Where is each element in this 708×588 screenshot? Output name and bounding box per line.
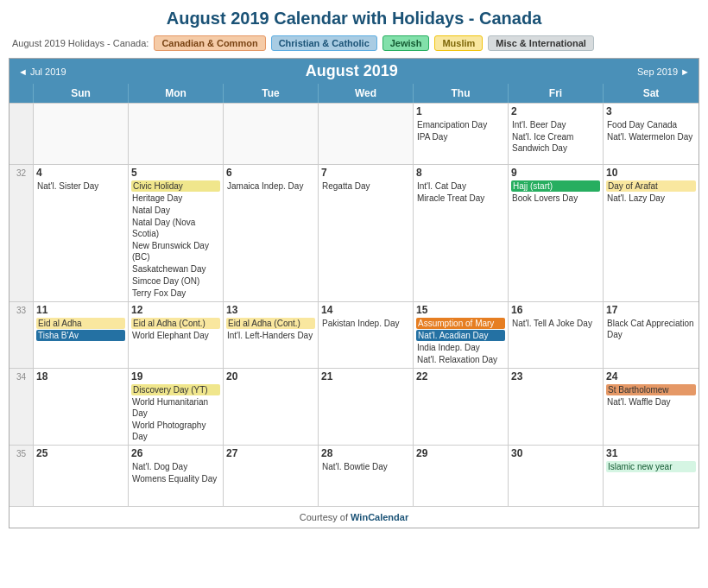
day-number: 18 bbox=[36, 370, 125, 383]
header-sat: Sat bbox=[604, 84, 699, 103]
badge-misc[interactable]: Misc & International bbox=[488, 35, 594, 51]
holiday: Jamaica Indep. Day bbox=[226, 180, 315, 192]
cal-cell-10: 10 Day of Arafat Nat'l. Lazy Day bbox=[604, 165, 699, 301]
badge-canadian[interactable]: Canadian & Common bbox=[154, 35, 265, 51]
holiday: Nat'l. Waffle Day bbox=[606, 396, 696, 408]
header-thu: Thu bbox=[414, 84, 509, 103]
cal-cell-21: 21 bbox=[319, 369, 414, 445]
day-number: 10 bbox=[606, 167, 696, 179]
day-number: 29 bbox=[416, 447, 505, 459]
holiday: Natal Day (Nova Scotia) bbox=[131, 217, 220, 239]
day-number: 22 bbox=[416, 370, 505, 383]
cal-cell-6: 6 Jamaica Indep. Day bbox=[224, 165, 319, 301]
badge-christian[interactable]: Christian & Catholic bbox=[271, 35, 377, 51]
header-fri: Fri bbox=[509, 84, 604, 103]
holiday: Discovery Day (YT) bbox=[131, 384, 220, 395]
cal-cell-1: 1 Emancipation Day IPA Day bbox=[414, 104, 509, 164]
cal-cell-2: 2 Int'l. Beer Day Nat'l. Ice Cream Sandw… bbox=[509, 104, 604, 164]
cal-cell-3: 3 Food Day Canada Nat'l. Watermelon Day bbox=[604, 104, 699, 164]
holiday: Emancipation Day bbox=[416, 119, 505, 130]
day-number: 19 bbox=[131, 370, 220, 383]
day-number: 8 bbox=[416, 167, 505, 179]
legend-label: August 2019 Holidays - Canada: bbox=[12, 38, 149, 48]
holiday: Simcoe Day (ON) bbox=[131, 275, 220, 287]
holiday: World Photography Day bbox=[131, 420, 220, 442]
holiday: Tisha B'Av bbox=[36, 330, 125, 341]
cal-cell-11: 11 Eid al Adha Tisha B'Av bbox=[34, 302, 129, 368]
holiday: Natal Day bbox=[131, 205, 220, 216]
holiday: St Bartholomew bbox=[606, 384, 696, 395]
cal-cell-4: 4 Nat'l. Sister Day bbox=[34, 165, 129, 301]
holiday: Civic Holiday bbox=[131, 180, 220, 192]
holiday: Nat'l. Bowtie Day bbox=[321, 461, 410, 472]
next-month-link[interactable]: Sep 2019 ► bbox=[637, 66, 690, 77]
holiday: Miracle Treat Day bbox=[416, 193, 505, 204]
calendar: ◄ Jul 2019 August 2019 Sep 2019 ► Sun Mo… bbox=[9, 58, 699, 528]
day-number: 28 bbox=[321, 447, 410, 459]
cal-month-title: August 2019 bbox=[66, 62, 637, 80]
holiday: Heritage Day bbox=[131, 193, 220, 204]
holiday: Nat'l. Acadian Day bbox=[416, 330, 505, 341]
day-number: 5 bbox=[131, 167, 220, 179]
cal-cell-24: 24 St Bartholomew Nat'l. Waffle Day bbox=[604, 369, 699, 445]
cal-cell-empty bbox=[129, 104, 224, 164]
day-number: 26 bbox=[131, 447, 220, 459]
courtesy-text: Courtesy of bbox=[300, 512, 351, 522]
cal-cell-8: 8 Int'l. Cat Day Miracle Treat Day bbox=[414, 165, 509, 301]
wincalendar-link[interactable]: WinCalendar bbox=[351, 512, 408, 522]
day-number: 9 bbox=[511, 167, 600, 179]
day-number: 13 bbox=[226, 304, 315, 316]
holiday: Nat'l. Sister Day bbox=[36, 180, 125, 192]
holiday: Pakistan Indep. Day bbox=[321, 318, 410, 329]
cal-cell-17: 17 Black Cat Appreciation Day bbox=[604, 302, 699, 368]
cal-cell-23: 23 bbox=[509, 369, 604, 445]
day-number: 3 bbox=[606, 105, 696, 117]
cal-cell-14: 14 Pakistan Indep. Day bbox=[319, 302, 414, 368]
holiday: Int'l. Beer Day bbox=[511, 119, 600, 130]
week-row: 32 4 Nat'l. Sister Day 5 Civic Holiday H… bbox=[9, 164, 699, 301]
day-number: 12 bbox=[131, 304, 220, 316]
badge-jewish[interactable]: Jewish bbox=[382, 35, 430, 51]
holiday: Assumption of Mary bbox=[416, 318, 505, 329]
cal-cell-empty bbox=[224, 104, 319, 164]
badge-muslim[interactable]: Muslim bbox=[434, 35, 483, 51]
week-num: 35 bbox=[9, 446, 34, 506]
day-number: 14 bbox=[321, 304, 410, 316]
holiday: Int'l. Left-Handers Day bbox=[226, 330, 315, 341]
cal-cell-7: 7 Regatta Day bbox=[319, 165, 414, 301]
day-number: 23 bbox=[511, 370, 600, 383]
cal-cell-12: 12 Eid al Adha (Cont.) World Elephant Da… bbox=[129, 302, 224, 368]
day-number: 24 bbox=[606, 370, 696, 383]
cal-cell-26: 26 Nat'l. Dog Day Womens Equality Day bbox=[129, 446, 224, 506]
day-number: 2 bbox=[511, 105, 600, 117]
cal-header: Sun Mon Tue Wed Thu Fri Sat bbox=[9, 84, 699, 103]
cal-cell-5: 5 Civic Holiday Heritage Day Natal Day N… bbox=[129, 165, 224, 301]
holiday: Black Cat Appreciation Day bbox=[606, 318, 696, 340]
week-row: 1 Emancipation Day IPA Day 2 Int'l. Beer… bbox=[9, 103, 699, 164]
header-sun: Sun bbox=[34, 84, 129, 103]
holiday: Nat'l. Lazy Day bbox=[606, 193, 696, 204]
day-number: 25 bbox=[36, 447, 125, 459]
holiday: Regatta Day bbox=[321, 180, 410, 192]
holiday: Nat'l. Tell A Joke Day bbox=[511, 318, 600, 329]
week-num: 34 bbox=[9, 369, 34, 445]
day-number: 6 bbox=[226, 167, 315, 179]
week-row: 35 25 26 Nat'l. Dog Day Womens Equality … bbox=[9, 445, 699, 506]
cal-cell-27: 27 bbox=[224, 446, 319, 506]
cal-cell-empty bbox=[319, 104, 414, 164]
holiday: Nat'l. Relaxation Day bbox=[416, 354, 505, 365]
cal-cell-28: 28 Nat'l. Bowtie Day bbox=[319, 446, 414, 506]
cal-cell-29: 29 bbox=[414, 446, 509, 506]
cal-cell-31: 31 Islamic new year bbox=[604, 446, 699, 506]
holiday: Nat'l. Dog Day bbox=[131, 461, 220, 472]
holiday: Nat'l. Watermelon Day bbox=[606, 131, 696, 142]
holiday: India Indep. Day bbox=[416, 342, 505, 353]
holiday: Day of Arafat bbox=[606, 180, 696, 192]
cal-nav: ◄ Jul 2019 August 2019 Sep 2019 ► bbox=[9, 59, 699, 84]
prev-month-link[interactable]: ◄ Jul 2019 bbox=[18, 66, 66, 77]
page: August 2019 Calendar with Holidays - Can… bbox=[0, 0, 708, 588]
header-mon: Mon bbox=[129, 84, 224, 103]
cal-cell-19: 19 Discovery Day (YT) World Humanitarian… bbox=[129, 369, 224, 445]
week-row: 33 11 Eid al Adha Tisha B'Av 12 Eid al A… bbox=[9, 301, 699, 368]
week-num: 32 bbox=[9, 165, 34, 301]
